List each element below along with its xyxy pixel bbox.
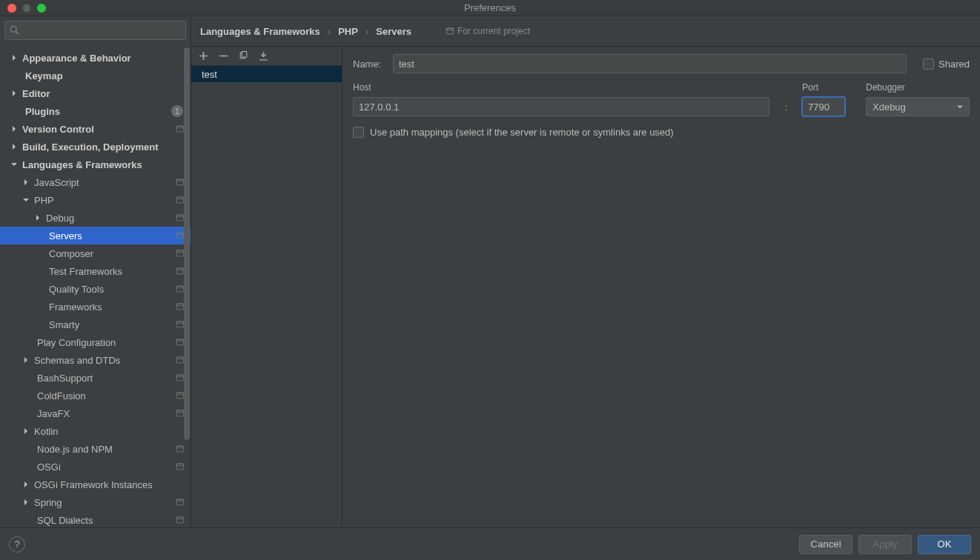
remove-icon[interactable] — [219, 51, 228, 61]
tree-node[interactable]: JavaFX — [0, 404, 191, 422]
breadcrumb-item: Servers — [376, 26, 411, 37]
server-list[interactable]: test — [191, 66, 342, 527]
tree-node[interactable]: OSGi — [0, 458, 191, 476]
chevron-right-icon[interactable] — [22, 499, 30, 505]
shared-checkbox[interactable] — [923, 59, 934, 70]
tree-node[interactable]: OSGi Framework Instances — [0, 476, 191, 493]
tree-node[interactable]: JavaScript — [0, 173, 191, 191]
import-icon[interactable] — [259, 51, 268, 61]
tree-node[interactable]: PHP — [0, 191, 191, 209]
name-input[interactable] — [393, 54, 907, 73]
svg-rect-29 — [176, 393, 183, 395]
chevron-right-icon[interactable] — [10, 144, 18, 150]
tree-node-label: SQL Dialects — [37, 515, 176, 526]
tree-node[interactable]: Smarty — [0, 316, 191, 333]
tree-node[interactable]: Build, Execution, Deployment — [0, 138, 191, 156]
project-scope-icon — [176, 462, 185, 471]
copy-icon[interactable] — [239, 51, 248, 61]
tree-node[interactable]: Spring — [0, 493, 191, 511]
svg-rect-3 — [176, 126, 183, 128]
chevron-right-icon[interactable] — [22, 357, 30, 363]
shared-checkbox-group[interactable]: Shared — [923, 59, 970, 70]
tree-node[interactable]: Editor — [0, 84, 191, 102]
tree-node[interactable]: Version Control — [0, 120, 191, 138]
tree-node[interactable]: BashSupport — [0, 369, 191, 387]
tree-node[interactable]: Keymap — [0, 67, 191, 84]
server-list-toolbar — [191, 47, 342, 66]
tree-node[interactable]: Appearance & Behavior — [0, 49, 191, 67]
breadcrumb-item[interactable]: Languages & Frameworks — [200, 26, 320, 37]
preferences-sidebar: Appearance & BehaviorKeymapEditorPlugins… — [0, 16, 191, 527]
tree-node[interactable]: Debug — [0, 209, 191, 227]
close-window-button[interactable] — [7, 4, 16, 13]
tree-node-label: BashSupport — [37, 373, 176, 384]
svg-rect-24 — [176, 357, 183, 363]
tree-node[interactable]: Node.js and NPM — [0, 440, 191, 458]
search-field[interactable] — [23, 25, 181, 36]
path-mappings-row[interactable]: Use path mappings (select if the server … — [353, 127, 970, 138]
tree-node[interactable]: Servers — [0, 227, 191, 244]
tree-node[interactable]: Quality Tools — [0, 280, 191, 298]
tree-node-label: JavaFX — [37, 408, 176, 419]
svg-rect-11 — [176, 233, 183, 235]
tree-node[interactable]: Kotlin — [0, 422, 191, 440]
chevron-right-icon[interactable] — [22, 428, 30, 434]
scrollbar-thumb[interactable] — [184, 47, 190, 440]
project-scope-icon — [176, 516, 185, 524]
tree-node[interactable]: Frameworks — [0, 298, 191, 316]
svg-rect-33 — [176, 446, 183, 448]
svg-rect-32 — [176, 446, 183, 452]
tree-node[interactable]: ColdFusion — [0, 387, 191, 404]
port-input[interactable] — [802, 97, 845, 116]
scope-indicator: For current project — [446, 26, 530, 36]
window-title: Preferences — [464, 2, 516, 13]
chevron-right-icon: › — [325, 26, 334, 37]
tree-node[interactable]: Play Configuration — [0, 333, 191, 351]
svg-rect-27 — [176, 375, 183, 377]
tree-node-label: Frameworks — [49, 301, 176, 313]
tree-node-label: Composer — [49, 248, 176, 259]
tree-node-label: Spring — [34, 497, 176, 508]
tree-node-label: Kotlin — [34, 426, 191, 437]
tree-node-label: Version Control — [22, 124, 176, 135]
ok-button[interactable]: OK — [918, 535, 971, 554]
search-input[interactable] — [4, 21, 186, 40]
chevron-right-icon[interactable] — [10, 90, 18, 96]
tree-node[interactable]: Schemas and DTDs — [0, 351, 191, 369]
tree-node[interactable]: SQL Dialects — [0, 511, 191, 527]
svg-rect-40 — [446, 28, 453, 34]
preferences-tree[interactable]: Appearance & BehaviorKeymapEditorPlugins… — [0, 44, 191, 527]
chevron-right-icon[interactable] — [10, 55, 18, 61]
svg-rect-30 — [176, 410, 183, 416]
svg-rect-7 — [176, 197, 183, 199]
tree-node[interactable]: Composer — [0, 244, 191, 262]
chevron-right-icon[interactable] — [22, 481, 30, 487]
svg-rect-28 — [176, 393, 183, 399]
minimize-window-button[interactable] — [22, 4, 31, 13]
zoom-window-button[interactable] — [37, 4, 46, 13]
chevron-right-icon[interactable] — [34, 215, 42, 221]
svg-rect-31 — [176, 410, 183, 413]
svg-rect-25 — [176, 357, 183, 359]
debugger-select[interactable]: Xdebug — [866, 97, 970, 116]
svg-rect-15 — [176, 268, 183, 270]
window-controls — [0, 4, 46, 13]
chevron-right-icon[interactable] — [10, 126, 18, 132]
host-input[interactable] — [353, 97, 769, 116]
chevron-down-icon[interactable] — [10, 161, 18, 167]
help-button[interactable]: ? — [9, 536, 25, 553]
chevron-right-icon[interactable] — [22, 179, 30, 185]
tree-node[interactable]: Languages & Frameworks — [0, 156, 191, 173]
svg-rect-18 — [176, 304, 183, 310]
tree-node[interactable]: Plugins1 — [0, 102, 191, 120]
svg-rect-20 — [176, 321, 183, 327]
chevron-down-icon[interactable] — [22, 197, 30, 203]
server-list-item[interactable]: test — [191, 66, 342, 82]
svg-rect-26 — [176, 375, 183, 381]
tree-node[interactable]: Test Frameworks — [0, 262, 191, 280]
breadcrumb-item[interactable]: PHP — [338, 26, 358, 37]
path-mappings-checkbox[interactable] — [353, 127, 364, 138]
tree-node-label: Play Configuration — [37, 337, 176, 348]
add-icon[interactable] — [199, 51, 208, 61]
cancel-button[interactable]: Cancel — [799, 535, 852, 554]
